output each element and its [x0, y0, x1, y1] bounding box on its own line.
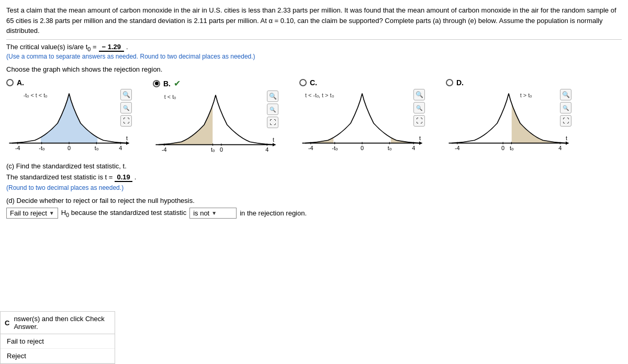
graph-option-d[interactable]: D. 🔍 🔍 ⛶	[446, 78, 587, 153]
svg-text:t: t	[566, 135, 567, 141]
reject-dropdown-value: Fail to reject	[10, 209, 47, 217]
svg-text:4: 4	[412, 145, 415, 151]
label-a: A.	[17, 78, 24, 87]
test-stat-value: 0.19	[115, 173, 132, 182]
svg-text:-t₀: -t₀	[332, 145, 338, 151]
critical-value-box: − 1.29	[99, 43, 125, 52]
c-indicator: C	[5, 319, 9, 327]
isnot-dropdown[interactable]: is not ▼	[189, 208, 237, 219]
svg-text:4: 4	[265, 146, 268, 153]
graph-option-b[interactable]: B. ✔ 🔍 🔍 ⛶	[153, 78, 294, 155]
svg-text:4: 4	[119, 145, 122, 151]
part-d-label: (d) Decide whether to reject or fail to …	[6, 197, 622, 204]
isnot-dropdown-value: is not	[193, 209, 209, 217]
graph-a-header: A.	[6, 78, 24, 87]
critical-value-period: .	[126, 43, 128, 51]
critical-value-prefix: The critical value(s) is/are t0 =	[6, 43, 97, 52]
zoom-in-icon-d[interactable]: 🔍	[560, 89, 571, 100]
test-stat-prefix: The standardized test statistic is t =	[6, 173, 113, 181]
svg-text:t: t	[126, 135, 128, 141]
radio-a[interactable]	[6, 79, 14, 86]
svg-text:t: t	[273, 136, 274, 143]
svg-text:-4: -4	[455, 145, 460, 151]
label-b: B.	[163, 79, 171, 88]
expand-icon-d[interactable]: ⛶	[560, 115, 571, 127]
svg-text:-t₀ < t < t₀: -t₀ < t < t₀	[24, 92, 48, 98]
svg-text:t < -t₀, t > t₀: t < -t₀, t > t₀	[305, 92, 334, 98]
zoom-out-icon-a[interactable]: 🔍	[120, 102, 132, 113]
zoom-in-icon-a[interactable]: 🔍	[120, 89, 132, 100]
answer-instruction: nswer(s) and then click Check Answer.	[14, 315, 110, 331]
svg-marker-17	[273, 143, 275, 146]
rejection-region-suffix: in the rejection region.	[240, 209, 307, 217]
graph-a-svg: -4 -t₀ 0 t₀ 4 t -t₀ < t < t₀	[6, 89, 132, 152]
choose-graph-label: Choose the graph which shows the rejecti…	[6, 65, 622, 73]
graph-option-c[interactable]: C. 🔍 🔍 ⛶	[299, 78, 441, 153]
svg-text:t₀: t₀	[95, 145, 99, 151]
svg-text:0: 0	[361, 145, 364, 151]
bottom-bar: C nswer(s) and then click Check Answer. …	[0, 311, 115, 364]
graphs-row: A. 🔍 🔍 ⛶	[6, 78, 622, 155]
expand-icon-c[interactable]: ⛶	[413, 115, 425, 127]
page-container: Test a claim that the mean amount of car…	[0, 0, 628, 228]
radio-b[interactable]	[153, 80, 160, 87]
reject-dropdown-arrow: ▼	[49, 210, 54, 216]
radio-d[interactable]	[446, 79, 453, 86]
radio-c[interactable]	[299, 79, 307, 86]
svg-text:-t₀: -t₀	[39, 145, 45, 151]
svg-text:t₀: t₀	[510, 145, 514, 151]
svg-text:t: t	[419, 135, 421, 141]
svg-text:4: 4	[558, 145, 562, 151]
svg-marker-46	[566, 141, 568, 145]
graph-d-header: D.	[446, 78, 464, 87]
checkmark-b: ✔	[174, 78, 181, 88]
label-d: D.	[456, 78, 464, 87]
svg-text:0: 0	[68, 145, 71, 151]
fail-to-reject-option[interactable]: Fail to reject	[1, 334, 115, 349]
svg-text:-4: -4	[162, 146, 167, 153]
svg-text:-4: -4	[15, 145, 20, 151]
graph-option-a[interactable]: A. 🔍 🔍 ⛶	[6, 78, 148, 153]
svg-text:t > t₀: t > t₀	[520, 92, 532, 98]
expand-icon-a[interactable]: ⛶	[120, 115, 132, 127]
test-stat-line: The standardized test statistic is t = 0…	[6, 173, 622, 182]
isnot-dropdown-arrow: ▼	[211, 210, 217, 216]
svg-marker-31	[419, 141, 422, 145]
graph-b-svg: -4 t₀ 0 4 t t < t₀	[153, 90, 278, 153]
expand-icon-b[interactable]: ⛶	[267, 117, 278, 128]
zoom-out-icon-b[interactable]: 🔍	[267, 104, 278, 115]
zoom-in-icon-b[interactable]: 🔍	[267, 90, 278, 102]
test-stat-period: .	[134, 173, 137, 181]
graph-c-svg: -4 -t₀ 0 t₀ 4 t t < -t₀, t > t₀	[299, 89, 425, 152]
h0-label: H0 because the standardized test statist…	[61, 209, 186, 218]
reject-dropdown[interactable]: Fail to reject ▼	[6, 208, 58, 219]
zoom-out-icon-d[interactable]: 🔍	[560, 102, 571, 113]
graph-b-header: B. ✔	[153, 78, 183, 88]
critical-value-line: The critical value(s) is/are t0 = − 1.29…	[6, 43, 622, 52]
svg-text:t₀: t₀	[388, 145, 392, 151]
label-c: C.	[310, 78, 317, 87]
zoom-out-icon-c[interactable]: 🔍	[413, 102, 425, 113]
svg-text:0: 0	[501, 145, 504, 151]
intro-text: Test a claim that the mean amount of car…	[6, 5, 622, 40]
decide-row: Fail to reject ▼ H0 because the standard…	[6, 208, 622, 219]
graph-c-header: C.	[299, 78, 317, 87]
critical-value-hint: (Use a comma to separate answers as need…	[6, 53, 622, 60]
zoom-in-icon-c[interactable]: 🔍	[413, 89, 425, 100]
svg-text:t₀: t₀	[211, 146, 215, 153]
graph-d-svg: -4 0 t₀ 4 t t > t₀	[446, 89, 571, 152]
svg-marker-2	[126, 141, 129, 145]
reject-option[interactable]: Reject	[1, 349, 115, 363]
part-c-label: (c) Find the standardized test statistic…	[6, 162, 622, 170]
svg-text:-4: -4	[308, 145, 313, 151]
svg-text:0: 0	[220, 146, 223, 153]
test-stat-hint: (Round to two decimal places as needed.)	[6, 184, 622, 191]
svg-text:t < t₀: t < t₀	[164, 94, 176, 100]
